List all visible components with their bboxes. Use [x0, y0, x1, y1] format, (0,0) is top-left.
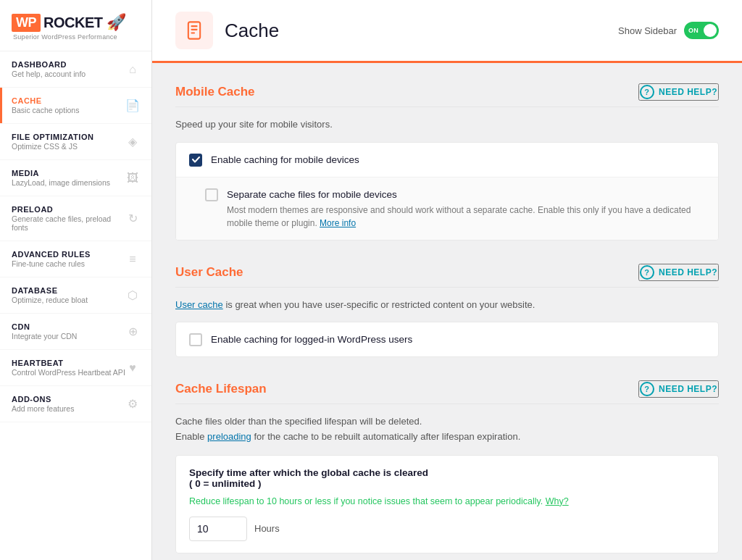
sidebar-item-file-optimization-subtitle: Optimize CSS & JS	[12, 142, 93, 151]
dashboard-icon: ⌂	[125, 63, 140, 76]
preload-icon: ↻	[126, 212, 140, 225]
sidebar-item-database[interactable]: DATABASE Optimize, reduce bloat ⬡	[0, 277, 151, 314]
cache-lifespan-need-help-icon: ?	[640, 382, 654, 396]
lifespan-card-title: Specify time after which the global cach…	[189, 467, 705, 489]
cache-lifespan-title: Cache Lifespan	[175, 382, 267, 396]
sidebar-item-heartbeat[interactable]: HEARTBEAT Control WordPress Heartbeat AP…	[0, 350, 151, 386]
user-cache-need-help-icon: ?	[640, 265, 654, 280]
user-cache-need-help-button[interactable]: ? NEED HELP?	[638, 264, 719, 281]
user-cache-link[interactable]: User cache	[175, 299, 223, 310]
sidebar-item-addons-subtitle: Add more features	[12, 404, 74, 413]
header-right: Show Sidebar ON	[618, 22, 719, 39]
user-cache-header: User Cache ? NEED HELP?	[175, 264, 719, 281]
sidebar-item-preload[interactable]: PRELOAD Generate cache files, preload fo…	[0, 196, 151, 241]
lifespan-value-input[interactable]	[189, 517, 247, 541]
sidebar-item-heartbeat-subtitle: Control WordPress Heartbeat API	[12, 368, 125, 377]
sidebar-item-addons-title: ADD-ONS	[12, 395, 74, 404]
preloading-link[interactable]: preloading	[207, 431, 251, 442]
separate-cache-mobile-label: Separate cache files for mobile devices	[227, 189, 397, 200]
toggle-on-label: ON	[688, 27, 699, 34]
svg-rect-0	[188, 22, 200, 38]
sidebar-item-heartbeat-title: HEARTBEAT	[12, 359, 125, 367]
separate-cache-mobile-checkbox[interactable]	[205, 188, 218, 201]
heartbeat-icon: ♥	[125, 362, 140, 375]
sidebar-item-media[interactable]: MEDIA LazyLoad, image dimensions 🖼	[0, 160, 151, 196]
enable-mobile-cache-row: Enable caching for mobile devices	[176, 143, 718, 177]
separate-cache-mobile-content: Separate cache files for mobile devices …	[227, 188, 705, 230]
mobile-cache-description: Speed up your site for mobile visitors.	[175, 117, 719, 132]
sidebar-item-preload-title: PRELOAD	[12, 205, 126, 214]
content-area: Mobile Cache ? NEED HELP? Speed up your …	[152, 63, 742, 560]
user-cache-need-help-label: NEED HELP?	[659, 267, 717, 277]
need-help-icon: ?	[640, 85, 654, 99]
rocket-icon: 🚀	[107, 13, 126, 32]
cache-lifespan-need-help-button[interactable]: ? NEED HELP?	[638, 380, 719, 398]
sidebar: WP ROCKET 🚀 Superior WordPress Performan…	[0, 0, 152, 560]
sidebar-item-preload-subtitle: Generate cache files, preload fonts	[12, 214, 126, 232]
logo-wp: WP	[12, 14, 41, 32]
enable-user-cache-label-wrap: Enable caching for logged-in WordPress u…	[211, 333, 412, 346]
enable-user-cache-label: Enable caching for logged-in WordPress u…	[211, 334, 412, 345]
logo-area: WP ROCKET 🚀 Superior WordPress Performan…	[0, 0, 151, 51]
user-cache-divider	[175, 287, 719, 288]
enable-mobile-cache-label: Enable caching for mobile devices	[211, 154, 359, 165]
lifespan-inputs: Hours	[189, 517, 705, 541]
enable-user-cache-row: Enable caching for logged-in WordPress u…	[176, 322, 718, 356]
toggle-knob	[704, 24, 717, 37]
mobile-cache-need-help-label: NEED HELP?	[659, 87, 717, 97]
mobile-cache-section: Mobile Cache ? NEED HELP? Speed up your …	[175, 83, 719, 241]
sidebar-item-file-optimization[interactable]: FILE OPTIMIZATION Optimize CSS & JS ◈	[0, 124, 151, 160]
sidebar-nav: DASHBOARD Get help, account info ⌂ CACHE…	[0, 51, 151, 560]
mobile-cache-need-help-button[interactable]: ? NEED HELP?	[638, 83, 719, 101]
user-cache-description: User cache is great when you have user-s…	[175, 298, 719, 312]
logo-rocket-text: ROCKET	[43, 14, 102, 31]
show-sidebar-toggle[interactable]: ON	[684, 22, 719, 39]
cache-lifespan-divider	[175, 404, 719, 404]
sidebar-item-advanced-rules-title: ADVANCED RULES	[12, 250, 91, 259]
page-title: Cache	[225, 20, 279, 42]
sidebar-item-cdn[interactable]: CDN Integrate your CDN ⊕	[0, 314, 151, 350]
sidebar-item-dashboard[interactable]: DASHBOARD Get help, account info ⌂	[0, 51, 151, 88]
mobile-cache-title: Mobile Cache	[175, 85, 255, 99]
more-info-link[interactable]: More info	[320, 218, 356, 228]
enable-user-cache-checkbox[interactable]	[189, 333, 202, 346]
sidebar-item-cache-subtitle: Basic cache options	[12, 106, 79, 114]
cache-lifespan-card: Specify time after which the global cach…	[175, 455, 719, 553]
user-cache-title: User Cache	[175, 265, 243, 280]
cache-lifespan-header: Cache Lifespan ? NEED HELP?	[175, 380, 719, 398]
sidebar-item-media-subtitle: LazyLoad, image dimensions	[12, 178, 110, 187]
sidebar-item-cache[interactable]: CACHE Basic cache options 📄	[0, 88, 151, 124]
lifespan-why-link[interactable]: Why?	[546, 496, 569, 506]
sidebar-item-cache-title: CACHE	[12, 96, 79, 105]
sidebar-item-dashboard-title: DASHBOARD	[12, 60, 86, 69]
file-optimization-icon: ◈	[125, 135, 140, 149]
database-icon: ⬡	[125, 288, 140, 302]
sidebar-item-advanced-rules-subtitle: Fine-tune cache rules	[12, 259, 91, 268]
separate-cache-mobile-row: Separate cache files for mobile devices …	[176, 177, 718, 240]
sidebar-item-addons[interactable]: ADD-ONS Add more features ⚙	[0, 386, 151, 422]
enable-mobile-cache-checkbox[interactable]	[189, 154, 202, 167]
sidebar-item-media-title: MEDIA	[12, 169, 110, 177]
mobile-cache-divider	[175, 106, 719, 107]
toggle-track[interactable]: ON	[684, 22, 719, 39]
page-header: Cache Show Sidebar ON	[152, 0, 742, 63]
cache-lifespan-description: Cache files older than the specified lif…	[175, 414, 719, 445]
sidebar-item-database-subtitle: Optimize, reduce bloat	[12, 296, 88, 304]
mobile-cache-header: Mobile Cache ? NEED HELP?	[175, 83, 719, 101]
lifespan-unit-label: Hours	[254, 523, 280, 534]
sidebar-item-dashboard-subtitle: Get help, account info	[12, 70, 86, 78]
page-icon	[175, 12, 213, 49]
advanced-rules-icon: ≡	[125, 253, 140, 266]
sidebar-item-advanced-rules[interactable]: ADVANCED RULES Fine-tune cache rules ≡	[0, 241, 151, 277]
sidebar-item-cdn-subtitle: Integrate your CDN	[12, 332, 77, 340]
sidebar-item-cdn-title: CDN	[12, 322, 77, 331]
cdn-icon: ⊕	[125, 325, 140, 338]
lifespan-warning: Reduce lifespan to 10 hours or less if y…	[189, 496, 705, 506]
show-sidebar-label: Show Sidebar	[618, 25, 677, 36]
separate-cache-mobile-desc: Most modern themes are responsive and sh…	[227, 204, 705, 230]
main-content: Cache Show Sidebar ON Mobile Cache ? NEE…	[152, 0, 742, 560]
user-cache-options-card: Enable caching for logged-in WordPress u…	[175, 322, 719, 357]
sidebar-item-file-optimization-title: FILE OPTIMIZATION	[12, 133, 93, 141]
header-left: Cache	[175, 12, 279, 49]
cache-icon: 📄	[125, 99, 140, 112]
